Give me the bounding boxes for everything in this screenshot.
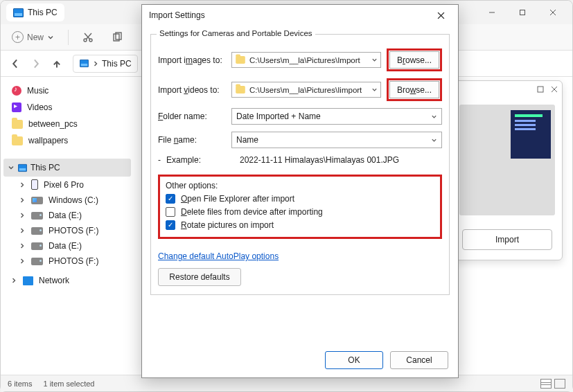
chevron-right-icon xyxy=(19,227,26,234)
restore-defaults-button[interactable]: Restore defaults xyxy=(158,268,241,286)
cut-button[interactable] xyxy=(78,29,98,46)
browse-images-button[interactable]: Browse... xyxy=(389,51,439,69)
file-name-combo[interactable]: Name xyxy=(231,132,442,148)
sidebar-item-videos[interactable]: Videos xyxy=(3,99,131,116)
sidebar-item-data-e[interactable]: Data (E:) xyxy=(3,208,131,223)
path-text: C:\Users\m__la\Pictures\Import xyxy=(249,56,360,64)
sidebar-item-between-pcs[interactable]: between_pcs xyxy=(3,116,131,132)
back-button[interactable] xyxy=(6,55,24,73)
file-name-row: File name: Name xyxy=(158,132,442,148)
sidebar-item-windows-c[interactable]: Windows (C:) xyxy=(3,193,131,208)
import-images-label: Import images to: xyxy=(158,55,226,65)
folder-name-combo[interactable]: Date Imported + Name xyxy=(231,108,442,125)
separator xyxy=(68,30,69,45)
sidebar-label: Network xyxy=(39,276,69,285)
window-title: This PC xyxy=(28,8,58,17)
cancel-button[interactable]: Cancel xyxy=(390,351,448,369)
chevron-right-icon xyxy=(19,197,26,204)
import-videos-row: Import videos to: C:\Users\m__la\Picture… xyxy=(158,78,442,101)
sidebar-label: Music xyxy=(27,86,49,96)
option-label: Open File Explorer after import xyxy=(181,194,294,204)
autoplay-link[interactable]: Change default AutoPlay options xyxy=(158,251,279,261)
view-details-button[interactable] xyxy=(540,379,552,389)
close-button[interactable] xyxy=(538,2,568,23)
sidebar-item-music[interactable]: Music xyxy=(3,82,131,99)
import-images-row: Import images to: C:\Users\m__la\Picture… xyxy=(158,48,442,71)
folder-icon xyxy=(12,120,23,129)
chevron-right-icon xyxy=(10,277,17,284)
example-value: 2022-11-11 Himalayas\Himalayas 001.JPG xyxy=(240,155,442,165)
sidebar-item-data-e-2[interactable]: Data (E:) xyxy=(3,238,131,253)
sidebar-item-pixel[interactable]: Pixel 6 Pro xyxy=(3,177,131,193)
chevron-right-icon xyxy=(19,258,26,265)
dialog-close-button[interactable] xyxy=(430,7,451,24)
sidebar-label: PHOTOS (F:) xyxy=(49,256,98,266)
option-delete-after[interactable]: Delete files from device after importing xyxy=(166,207,434,217)
import-settings-dialog: Import Settings Settings for Cameras and… xyxy=(141,4,459,378)
new-label: New xyxy=(27,33,44,42)
chevron-down-icon xyxy=(8,164,15,171)
checkbox-icon xyxy=(166,220,175,230)
chevron-down-icon xyxy=(431,114,437,120)
breadcrumb[interactable]: This PC xyxy=(73,55,138,73)
copy-button[interactable] xyxy=(107,29,127,46)
highlight-box: Browse... xyxy=(387,78,442,101)
disk-icon xyxy=(31,242,43,250)
dialog-titlebar: Import Settings xyxy=(142,5,458,26)
dialog-footer: OK Cancel xyxy=(142,343,458,377)
maximize-button[interactable] xyxy=(507,2,538,23)
dialog-title: Import Settings xyxy=(149,10,205,20)
ok-label: OK xyxy=(348,355,360,365)
close-icon[interactable] xyxy=(551,86,558,93)
restore-label: Restore defaults xyxy=(169,272,229,282)
chevron-right-icon xyxy=(19,212,26,219)
new-button[interactable]: + New xyxy=(8,28,58,46)
checkbox-icon xyxy=(166,194,175,204)
sidebar-item-this-pc[interactable]: This PC xyxy=(3,159,131,177)
browse-videos-button[interactable]: Browse... xyxy=(389,81,439,98)
forward-button[interactable] xyxy=(27,55,45,73)
sidebar-label: Pixel 6 Pro xyxy=(44,180,84,190)
folder-icon xyxy=(236,56,245,64)
sidebar-item-photos-f[interactable]: PHOTOS (F:) xyxy=(3,223,131,238)
file-name-label: File name: xyxy=(158,135,226,145)
path-text: C:\Users\m__la\Pictures\Iimport xyxy=(249,86,362,94)
combo-value: Name xyxy=(236,135,258,145)
other-options-legend: Other options: xyxy=(166,181,434,190)
svg-rect-11 xyxy=(538,87,543,92)
option-label: Rotate pictures on import xyxy=(181,220,274,230)
network-icon xyxy=(23,276,33,285)
sidebar-label: between_pcs xyxy=(28,119,78,129)
sidebar-item-photos-f-2[interactable]: PHOTOS (F:) xyxy=(3,253,131,269)
this-pc-icon xyxy=(13,8,24,17)
sidebar-item-network[interactable]: Network xyxy=(3,273,131,288)
window-controls xyxy=(477,2,568,23)
chevron-down-icon xyxy=(431,137,437,143)
other-options-group: Other options: Open File Explorer after … xyxy=(158,175,442,239)
import-thumbnail xyxy=(459,105,555,215)
checkbox-icon xyxy=(166,207,175,217)
import-button[interactable]: Import xyxy=(462,229,552,250)
import-videos-path[interactable]: C:\Users\m__la\Pictures\Iimport xyxy=(231,82,381,98)
sidebar-label: PHOTOS (F:) xyxy=(49,226,98,235)
scissors-icon xyxy=(82,32,94,43)
phone-icon xyxy=(31,179,38,190)
chevron-right-icon xyxy=(19,242,26,249)
sidebar-label: Data (E:) xyxy=(49,241,82,251)
view-icons-button[interactable] xyxy=(554,379,565,389)
svg-rect-1 xyxy=(520,10,525,15)
up-button[interactable] xyxy=(48,55,66,73)
music-icon xyxy=(12,86,21,96)
sidebar: Music Videos between_pcs wallpapers This… xyxy=(1,77,134,375)
ok-button[interactable]: OK xyxy=(325,351,383,369)
option-open-after[interactable]: Open File Explorer after import xyxy=(166,194,434,204)
import-images-path[interactable]: C:\Users\m__la\Pictures\Import xyxy=(231,52,381,68)
title-tab[interactable]: This PC xyxy=(6,3,64,21)
minimize-button[interactable] xyxy=(477,2,507,23)
close-icon xyxy=(437,12,445,19)
highlight-box: Browse... xyxy=(387,48,442,71)
maximize-icon[interactable] xyxy=(537,86,544,93)
sidebar-item-wallpapers[interactable]: wallpapers xyxy=(3,132,131,149)
option-rotate[interactable]: Rotate pictures on import xyxy=(166,220,434,230)
sidebar-label: This PC xyxy=(30,163,60,172)
